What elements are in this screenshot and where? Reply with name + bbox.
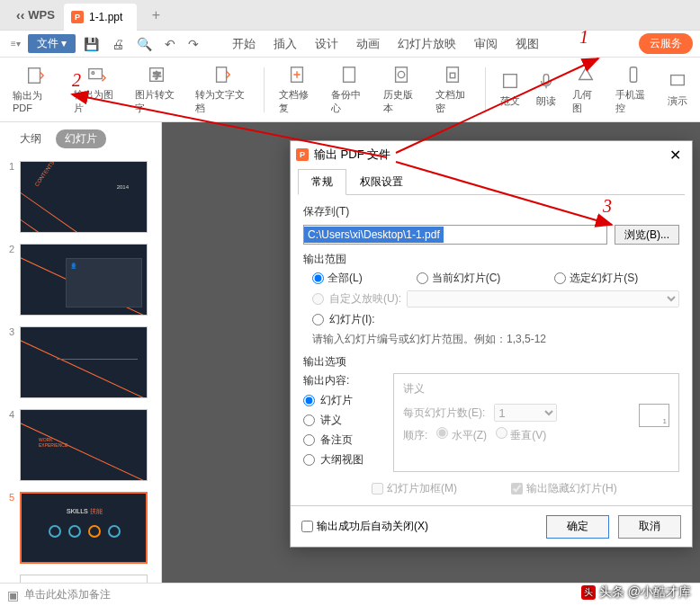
per-page-label: 每页幻灯片数(E): bbox=[403, 405, 485, 421]
annotation-2: 2 bbox=[72, 70, 81, 91]
tool-backup[interactable]: 备份中心 bbox=[326, 61, 372, 119]
range-slides[interactable]: 幻灯片(I): bbox=[312, 312, 679, 327]
slide-thumb-3[interactable] bbox=[20, 326, 148, 398]
menu-dropdown-icon[interactable]: ≡▾ bbox=[7, 39, 24, 49]
range-selected[interactable]: 选定幻灯片(S) bbox=[554, 271, 638, 286]
new-tab-button[interactable]: + bbox=[142, 0, 169, 31]
slide-thumb-1[interactable]: CONTENTS2014 bbox=[20, 161, 148, 233]
preview-icon bbox=[639, 404, 669, 427]
order-vert: 垂直(V) bbox=[496, 427, 546, 443]
svg-rect-5 bbox=[217, 67, 227, 82]
svg-point-9 bbox=[398, 71, 404, 77]
menubar: ≡▾ 文件 ▾ 💾 🖨 🔍 ↶ ↷ 开始 插入 设计 动画 幻灯片放映 审阅 视… bbox=[0, 31, 700, 58]
save-to-label: 保存到(T) bbox=[303, 204, 679, 219]
file-menu[interactable]: 文件 ▾ bbox=[28, 34, 76, 53]
tool-template[interactable]: 范文 bbox=[495, 67, 525, 111]
mic-icon bbox=[536, 71, 556, 91]
opt-slides[interactable]: 幻灯片 bbox=[303, 393, 375, 408]
tool-present[interactable]: 演示 bbox=[662, 67, 693, 111]
dialog-title: 输出 PDF 文件 bbox=[314, 147, 390, 163]
template-icon bbox=[500, 71, 520, 91]
browse-button[interactable]: 浏览(B)... bbox=[615, 225, 679, 245]
filename-label: 1-1.ppt bbox=[89, 11, 122, 23]
auto-close-checkbox[interactable]: 输出成功后自动关闭(X) bbox=[301, 519, 428, 534]
ribbon-design[interactable]: 设计 bbox=[315, 36, 338, 52]
ok-button[interactable]: 确定 bbox=[546, 515, 609, 539]
ribbon-slideshow[interactable]: 幻灯片放映 bbox=[398, 36, 456, 52]
svg-rect-0 bbox=[29, 68, 40, 84]
svg-rect-10 bbox=[447, 67, 459, 82]
range-hint: 请输入幻灯片编号或幻灯片范围。例如：1,3,5-12 bbox=[312, 332, 679, 347]
redo-icon[interactable]: ↷ bbox=[184, 34, 203, 54]
wps-logo[interactable]: ‹‹ WPS bbox=[7, 8, 64, 22]
opt-comments[interactable]: 备注页 bbox=[303, 432, 375, 448]
handout-label: 讲义 bbox=[403, 381, 669, 397]
outline-tab[interactable]: 大纲 bbox=[11, 129, 50, 148]
tool-encrypt[interactable]: 文档加密 bbox=[430, 61, 477, 119]
titlebar: ‹‹ WPS P 1-1.ppt + bbox=[0, 0, 700, 31]
add-slide-button[interactable]: + bbox=[20, 575, 148, 583]
ribbon-view[interactable]: 视图 bbox=[516, 36, 539, 52]
annotation-1: 1 bbox=[579, 27, 588, 48]
undo-icon[interactable]: ↶ bbox=[160, 34, 180, 54]
play-icon bbox=[668, 71, 687, 91]
tool-ocr[interactable]: 字图片转文字 bbox=[130, 61, 185, 119]
dialog-titlebar[interactable]: P 输出 PDF 文件 ✕ bbox=[291, 141, 692, 168]
export-pdf-dialog: P 输出 PDF 文件 ✕ 常规 权限设置 保存到(T) C:\Users\xi… bbox=[290, 140, 693, 548]
opt-outline[interactable]: 大纲视图 bbox=[303, 452, 375, 468]
separator bbox=[485, 67, 486, 112]
close-button[interactable]: ✕ bbox=[664, 147, 687, 164]
print-icon[interactable]: 🖨 bbox=[107, 34, 129, 54]
options-group-label: 输出选项 bbox=[303, 354, 679, 370]
cancel-button[interactable]: 取消 bbox=[618, 515, 681, 539]
svg-text:字: 字 bbox=[154, 70, 162, 79]
document-tab[interactable]: P 1-1.ppt bbox=[64, 4, 137, 31]
lock-icon bbox=[443, 65, 462, 85]
slide-thumb-4[interactable]: WORKEXPERIENCE bbox=[20, 409, 148, 481]
toutiao-icon: 头 bbox=[581, 585, 596, 600]
annotation-3: 3 bbox=[603, 196, 612, 217]
path-input[interactable]: C:\Users\xi\Desktop\1-1.pdf bbox=[303, 225, 607, 245]
doc-icon bbox=[212, 65, 232, 85]
backup-icon bbox=[339, 65, 359, 85]
ppt-icon: P bbox=[71, 11, 84, 23]
slides-tab[interactable]: 幻灯片 bbox=[56, 129, 106, 148]
tool-to-doc[interactable]: 转为文字文档 bbox=[190, 61, 255, 119]
wps-label: WPS bbox=[28, 8, 55, 22]
frame-checkbox: 幻灯片加框(M) bbox=[372, 481, 457, 496]
watermark: 头头条 @小酷才库 bbox=[581, 584, 691, 601]
hidden-checkbox: 输出隐藏幻灯片(H) bbox=[511, 481, 617, 496]
content-label: 输出内容: bbox=[303, 373, 375, 388]
tab-general[interactable]: 常规 bbox=[298, 169, 346, 195]
tool-history[interactable]: 历史版本 bbox=[378, 61, 425, 119]
tool-export-pdf[interactable]: 输出为PDF bbox=[7, 62, 63, 117]
tool-remote[interactable]: 手机遥控 bbox=[610, 61, 657, 119]
cloud-service-button[interactable]: 云服务 bbox=[639, 33, 693, 54]
ribbon-insert[interactable]: 插入 bbox=[274, 36, 297, 52]
tool-repair[interactable]: 文档修复 bbox=[274, 61, 320, 119]
svg-point-2 bbox=[92, 71, 94, 74]
thumbnails: 1CONTENTS2014 2👤 3 4WORKEXPERIENCE 5SKIL… bbox=[0, 156, 161, 583]
range-all[interactable]: 全部(L) bbox=[312, 271, 363, 286]
slide-panel: 大纲 幻灯片 1CONTENTS2014 2👤 3 4WORKEXPERIENC… bbox=[0, 122, 162, 583]
preview-icon[interactable]: 🔍 bbox=[132, 34, 157, 54]
svg-rect-13 bbox=[544, 75, 550, 85]
slide-thumb-5[interactable]: SKILLS 技能 bbox=[20, 492, 148, 564]
svg-rect-15 bbox=[630, 67, 636, 82]
order-label: 顺序: bbox=[403, 428, 427, 443]
opt-notes[interactable]: 讲义 bbox=[303, 413, 375, 428]
order-horiz: 水平(Z) bbox=[436, 427, 487, 443]
save-icon[interactable]: 💾 bbox=[79, 34, 103, 54]
ribbon-review[interactable]: 审阅 bbox=[474, 36, 498, 52]
svg-rect-11 bbox=[451, 73, 456, 78]
ribbon-home[interactable]: 开始 bbox=[232, 36, 256, 52]
tool-read[interactable]: 朗读 bbox=[531, 67, 561, 111]
slide-thumb-2[interactable]: 👤 bbox=[20, 244, 148, 316]
tool-geometry[interactable]: 几何图 bbox=[567, 61, 605, 119]
shapes-icon bbox=[576, 65, 596, 85]
handout-panel: 讲义 每页幻灯片数(E):1 顺序: 水平(Z) 垂直(V) bbox=[393, 373, 679, 472]
tab-permissions[interactable]: 权限设置 bbox=[346, 169, 417, 195]
range-current[interactable]: 当前幻灯片(C) bbox=[417, 271, 501, 286]
ribbon-anim[interactable]: 动画 bbox=[356, 36, 380, 52]
range-custom: 自定义放映(U): bbox=[312, 290, 679, 307]
